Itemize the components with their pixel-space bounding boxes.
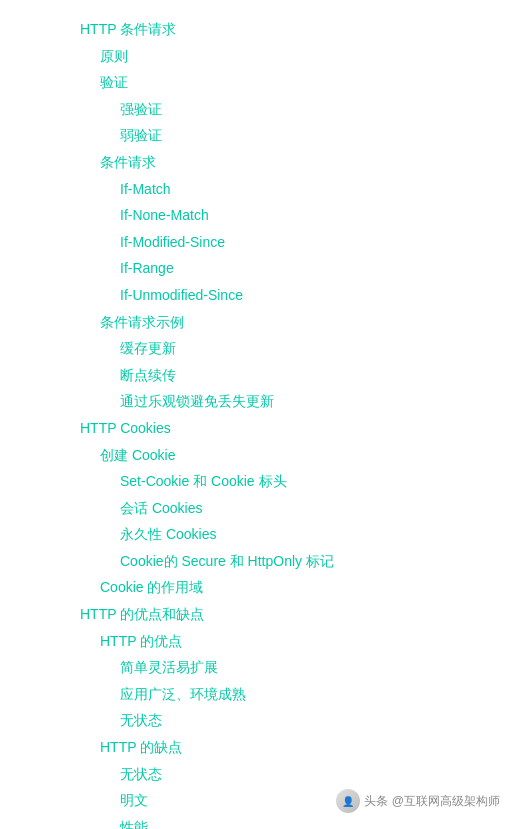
toc-item[interactable]: 会话 Cookies	[80, 495, 496, 522]
toc-item[interactable]: 无状态	[80, 761, 496, 788]
toc-item[interactable]: If-Range	[80, 255, 496, 282]
toc-item[interactable]: HTTP 的优点和缺点	[80, 601, 496, 628]
toc-item[interactable]: 强验证	[80, 96, 496, 123]
toc-item[interactable]: 通过乐观锁避免丢失更新	[80, 388, 496, 415]
toc-list: HTTP 条件请求原则验证强验证弱验证条件请求If-MatchIf-None-M…	[80, 16, 496, 829]
toc-item[interactable]: 创建 Cookie	[80, 442, 496, 469]
toc-item[interactable]: HTTP 条件请求	[80, 16, 496, 43]
toc-item[interactable]: If-Modified-Since	[80, 229, 496, 256]
toc-item[interactable]: HTTP 的缺点	[80, 734, 496, 761]
toc-item[interactable]: 条件请求	[80, 149, 496, 176]
toc-item[interactable]: 断点续传	[80, 362, 496, 389]
toc-item[interactable]: 弱验证	[80, 122, 496, 149]
toc-item[interactable]: 原则	[80, 43, 496, 70]
toc-item[interactable]: If-Match	[80, 176, 496, 203]
toc-item[interactable]: 性能	[80, 814, 496, 829]
toc-item[interactable]: 条件请求示例	[80, 309, 496, 336]
toc-item[interactable]: 简单灵活易扩展	[80, 654, 496, 681]
toc-item[interactable]: Cookie 的作用域	[80, 574, 496, 601]
toc-item[interactable]: Cookie的 Secure 和 HttpOnly 标记	[80, 548, 496, 575]
watermark-text: 头条 @互联网高级架构师	[364, 793, 500, 810]
toc-item[interactable]: 应用广泛、环境成熟	[80, 681, 496, 708]
watermark: 👤 头条 @互联网高级架构师	[336, 789, 500, 813]
toc-item[interactable]: 无状态	[80, 707, 496, 734]
toc-item[interactable]: 缓存更新	[80, 335, 496, 362]
toc-item[interactable]: 验证	[80, 69, 496, 96]
toc-item[interactable]: Set-Cookie 和 Cookie 标头	[80, 468, 496, 495]
toc-item[interactable]: If-None-Match	[80, 202, 496, 229]
toc-item[interactable]: HTTP 的优点	[80, 628, 496, 655]
watermark-avatar: 👤	[336, 789, 360, 813]
toc-item[interactable]: 永久性 Cookies	[80, 521, 496, 548]
toc-item[interactable]: HTTP Cookies	[80, 415, 496, 442]
toc-item[interactable]: If-Unmodified-Since	[80, 282, 496, 309]
